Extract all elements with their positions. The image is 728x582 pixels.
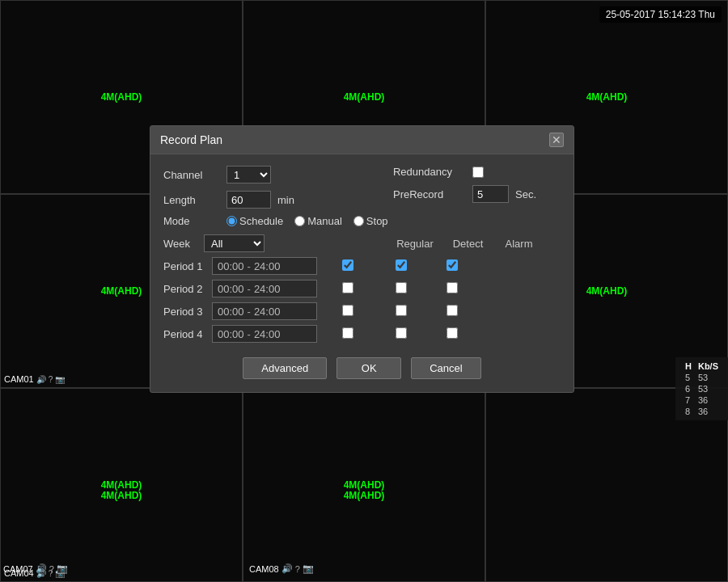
period-3-alarm-checkbox[interactable] <box>447 305 458 316</box>
period-3-time: 00:00 - 24:00 <box>212 302 317 320</box>
cam-id-1: CAM01 🔊 ? 📷 <box>4 374 65 384</box>
mode-schedule-radio[interactable] <box>226 216 237 226</box>
channel-label: Channel <box>163 169 220 181</box>
mode-stop-text: Stop <box>366 215 388 227</box>
periods-container: Period 1 00:00 - 24:00 <box>163 257 561 343</box>
period-2-row: Period 2 00:00 - 24:00 <box>163 280 561 297</box>
period-2-detect-cell <box>379 282 423 296</box>
length-unit: min <box>277 194 294 206</box>
period-4-regular-checkbox[interactable] <box>342 327 353 339</box>
period-3-detect-cell <box>379 305 423 318</box>
period-1-regular-checkbox[interactable] <box>342 259 353 271</box>
stats-kbs-0: 53 <box>695 372 722 383</box>
period-1-label: Period 1 <box>163 260 205 272</box>
prerecord-label: PreRecord <box>393 188 466 200</box>
channel-select[interactable]: 1 <box>226 166 271 183</box>
length-label: Length <box>163 194 220 206</box>
camera-label-8: 4M(AHD) <box>344 479 385 491</box>
question-icon-8: ? <box>295 564 300 574</box>
prerecord-row: PreRecord Sec. <box>393 185 536 203</box>
week-select[interactable]: All Mon Tue Wed Thu Fri Sat Sun <box>204 234 265 252</box>
length-row: Length min <box>163 191 294 209</box>
prerecord-input[interactable] <box>472 185 509 203</box>
period-3-label: Period 3 <box>163 306 205 318</box>
timestamp: 25-05-2017 15:14:23 Thu <box>599 6 722 23</box>
camera-label-6: 4M(AHD) <box>586 285 628 297</box>
period-4-detect-checkbox[interactable] <box>396 327 407 339</box>
stats-row-1: 6 53 <box>682 383 722 394</box>
record-plan-dialog[interactable]: Record Plan ✕ Channel 1 Le <box>150 125 574 393</box>
camera-icon-8: 📷 <box>303 563 314 574</box>
mode-manual-radio[interactable] <box>294 216 305 226</box>
dialog-title-bar: Record Plan ✕ <box>150 126 574 154</box>
ok-button[interactable]: OK <box>336 357 401 379</box>
camera-label-3: 4M(AHD) <box>586 91 628 103</box>
stats-h-1: 6 <box>682 383 695 394</box>
period-3-regular-cell <box>324 305 372 318</box>
camera-label-7: 4M(AHD) <box>101 479 142 491</box>
mode-schedule-text: Schedule <box>239 215 283 227</box>
cancel-button[interactable]: Cancel <box>411 357 480 379</box>
mode-stop-radio[interactable] <box>353 216 364 226</box>
period-1-time: 00:00 - 24:00 <box>212 257 317 275</box>
period-1-regular-cell <box>324 259 372 273</box>
mode-manual-label[interactable]: Manual <box>294 215 342 227</box>
stats-header-kbs: Kb/S <box>695 361 722 372</box>
mic-icon: 🔊 <box>36 375 46 384</box>
period-4-end: 24:00 <box>254 328 281 340</box>
period-2-start: 00:00 <box>218 283 244 295</box>
mode-schedule-label[interactable]: Schedule <box>226 215 283 227</box>
period-4-regular-cell <box>324 327 372 341</box>
col-header-detect: Detect <box>446 238 490 250</box>
stats-kbs-2: 36 <box>695 394 722 406</box>
stats-h-0: 5 <box>682 372 695 383</box>
period-4-alarm-cell <box>430 327 474 341</box>
period-2-regular-cell <box>324 282 372 296</box>
period-1-start: 00:00 <box>218 260 244 272</box>
period-3-alarm-cell <box>430 305 474 318</box>
close-button[interactable]: ✕ <box>549 133 564 147</box>
mode-manual-text: Manual <box>307 215 342 227</box>
mic-icon-7: 🔊 <box>36 563 47 574</box>
stats-panel: H Kb/S 5 53 6 53 7 36 8 36 <box>675 357 728 420</box>
advanced-button[interactable]: Advanced <box>243 357 327 379</box>
period-2-label: Period 2 <box>163 283 205 295</box>
period-4-start: 00:00 <box>218 328 244 340</box>
period-3-end: 24:00 <box>254 306 281 318</box>
period-1-alarm-checkbox[interactable] <box>447 259 458 271</box>
period-4-alarm-checkbox[interactable] <box>447 327 458 339</box>
stats-kbs-3: 36 <box>695 406 722 417</box>
stats-h-2: 7 <box>682 394 695 406</box>
period-1-end: 24:00 <box>254 260 281 272</box>
redundancy-checkbox[interactable] <box>472 167 484 178</box>
period-2-detect-checkbox[interactable] <box>396 282 407 293</box>
camera-cell-7: CAM04 🔊 ? 📷 4M(AHD) <box>0 388 243 582</box>
period-3-detect-checkbox[interactable] <box>396 305 407 316</box>
cam07-id: CAM07 🔊 ? 📷 <box>3 563 68 574</box>
stats-header-h: H <box>682 361 695 372</box>
cam08-id: CAM08 🔊 ? 📷 <box>249 563 314 574</box>
length-input[interactable] <box>226 191 271 209</box>
channel-row: Channel 1 <box>163 166 294 183</box>
period-1-detect-checkbox[interactable] <box>396 259 407 271</box>
period-3-regular-checkbox[interactable] <box>342 305 353 316</box>
camera-cell-8: 4M(AHD) <box>243 388 485 582</box>
stats-row-3: 8 36 <box>682 406 722 417</box>
stats-row-2: 7 36 <box>682 394 722 406</box>
redundancy-row: Redundancy <box>393 166 536 178</box>
mode-row: Mode Schedule Manual Stop <box>163 215 561 227</box>
camera-icon-7: 📷 <box>57 563 68 574</box>
question-icon: ? <box>49 375 53 384</box>
col-header-regular: Regular <box>391 238 439 250</box>
camera-label-2: 4M(AHD) <box>344 91 385 103</box>
week-label: Week <box>163 238 197 250</box>
period-1-alarm-cell <box>430 259 474 273</box>
camera-label-4: 4M(AHD) <box>101 285 142 297</box>
stats-row-0: 5 53 <box>682 372 722 383</box>
period-2-regular-checkbox[interactable] <box>342 282 353 293</box>
mode-stop-label[interactable]: Stop <box>353 215 388 227</box>
stats-kbs-1: 53 <box>695 383 722 394</box>
period-4-detect-cell <box>379 327 423 341</box>
period-2-alarm-checkbox[interactable] <box>447 282 458 293</box>
camera-icon: 📷 <box>55 375 65 384</box>
